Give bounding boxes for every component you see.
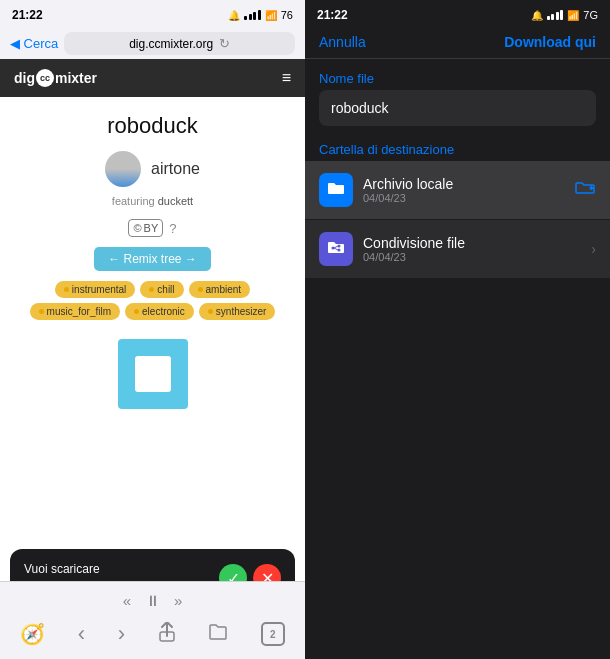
right-panel: 21:22 🔔 📶 7G Annulla Download qui Nome f… [305,0,610,659]
folder-open-icon[interactable] [574,179,596,202]
folder-date-archivio: 04/04/23 [363,192,564,204]
file-name-field[interactable]: roboduck [319,90,596,126]
featuring-label: featuring [112,195,155,207]
right-spacer [305,410,610,659]
tab-book-icon[interactable] [208,623,228,646]
tab-count-label: 2 [270,629,276,640]
folder-name-condivisione: Condivisione file [363,235,581,251]
folder-icon-share [319,232,353,266]
reload-icon[interactable]: ↻ [219,36,230,51]
album-art-area [0,329,305,409]
folder-item-archivio[interactable]: Archivio locale 04/04/23 [305,161,610,219]
annulla-button[interactable]: Annulla [319,34,366,50]
status-icons-right: 🔔 📶 7G [531,9,598,21]
battery-left: 76 [281,9,293,21]
cc-icon: © [133,222,141,234]
featuring-artist[interactable]: duckett [158,195,193,207]
browser-bar: ◀ Cerca dig.ccmixter.org ↻ [0,28,305,59]
tab-back-icon[interactable]: ‹ [78,621,85,647]
logo-dig: dig [14,70,35,86]
folder-icon-local [319,173,353,207]
folder-item-condivisione[interactable]: Condivisione file 04/04/23 › [305,220,610,278]
tab-forward-icon[interactable]: › [118,621,125,647]
tags-row-1: instrumental chill ambient [10,281,295,298]
featuring-text: featuring duckett [0,193,305,215]
status-bar-left: 21:22 🔔 📶 76 [0,0,305,28]
tag-electronic[interactable]: electronic [125,303,194,320]
artist-row: airtone [0,145,305,193]
right-nav-bar: Annulla Download qui [305,28,610,59]
wifi-icon-right: 📶 [567,10,579,21]
signal-bars-left [244,10,261,20]
player-next-button[interactable]: » [174,592,182,609]
nome-file-label: Nome file [305,59,610,90]
player-mini: « ⏸ » [0,588,305,613]
tag-chill[interactable]: chill [140,281,183,298]
tab-count-badge[interactable]: 2 [261,622,285,646]
tag-instrumental[interactable]: instrumental [55,281,135,298]
folder-chevron-icon: › [591,241,596,257]
site-header: dig cc mixter ≡ [0,59,305,97]
tags-row-2: music_for_film electronic synthesizer [10,303,295,320]
folder-info-condivisione: Condivisione file 04/04/23 [363,235,581,263]
tag-ambient[interactable]: ambient [189,281,251,298]
share-folder-icon [326,238,346,260]
status-time-left: 21:22 [12,8,43,22]
tab-share-icon[interactable] [158,622,176,647]
battery-right: 7G [583,9,598,21]
browser-tabs: 🧭 ‹ › 2 [0,613,305,659]
album-art [118,339,188,409]
toast-line1: Vuoi scaricare [24,562,100,576]
notification-icon-left: 🔔 [228,10,240,21]
logo-cc-icon: cc [36,69,54,87]
license-badge[interactable]: © BY [128,219,163,237]
left-panel: 21:22 🔔 📶 76 ◀ Cerca dig.ccmixter.org ↻ … [0,0,305,659]
player-prev-button[interactable]: « [123,592,131,609]
artist-name[interactable]: airtone [151,160,200,178]
notification-icon-right: 🔔 [531,10,543,21]
url-text: dig.ccmixter.org [129,37,213,51]
license-help-icon[interactable]: ? [169,221,176,236]
destination-label: Cartella di destinazione [305,126,610,161]
remix-tree-button[interactable]: ← Remix tree → [94,247,211,271]
folder-name-archivio: Archivio locale [363,176,564,192]
artist-avatar [105,151,141,187]
folder-list: Archivio locale 04/04/23 [305,161,610,410]
wifi-icon-left: 📶 [265,10,277,21]
status-time-right: 21:22 [317,8,348,22]
track-title: roboduck [0,97,305,145]
address-bar[interactable]: dig.ccmixter.org ↻ [64,32,295,55]
tag-music-for-film[interactable]: music_for_film [30,303,120,320]
player-controls: « ⏸ » 🧭 ‹ › 2 [0,581,305,659]
download-qui-button[interactable]: Download qui [504,34,596,50]
remix-btn-container: ← Remix tree → [0,241,305,277]
logo-mixter: mixter [55,70,97,86]
folder-date-condivisione: 04/04/23 [363,251,581,263]
by-icon: BY [144,222,159,234]
license-row: © BY ? [0,215,305,241]
tab-compass-icon[interactable]: 🧭 [20,622,45,646]
folder-icon-svg-local [326,179,346,202]
folder-info-archivio: Archivio locale 04/04/23 [363,176,564,204]
tag-synthesizer[interactable]: synthesizer [199,303,276,320]
back-button[interactable]: ◀ Cerca [10,36,58,51]
status-bar-right: 21:22 🔔 📶 7G [305,0,610,28]
player-pause-button[interactable]: ⏸ [145,592,160,609]
status-icons-left: 🔔 📶 76 [228,9,293,21]
signal-bars-right [547,10,564,20]
hamburger-menu-icon[interactable]: ≡ [282,69,291,87]
album-art-inner [135,356,171,392]
tags-section: instrumental chill ambient music_for_fil… [0,277,305,329]
site-logo: dig cc mixter [14,69,97,87]
web-content: dig cc mixter ≡ roboduck airtone featuri… [0,59,305,659]
